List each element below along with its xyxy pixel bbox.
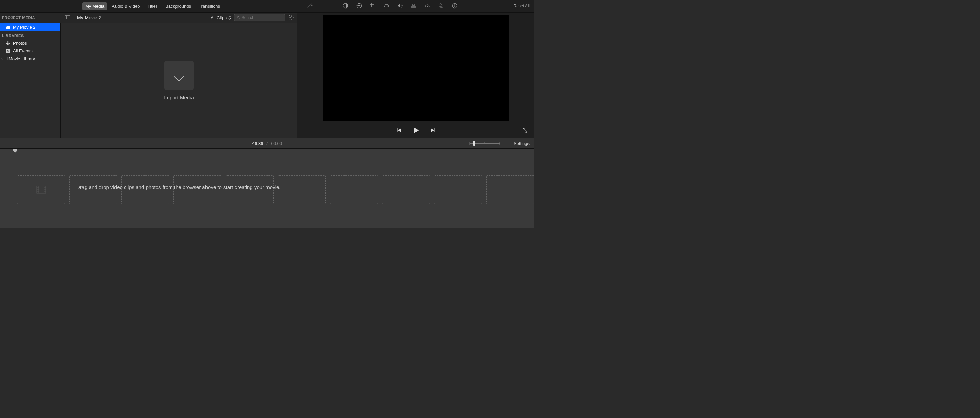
tab-transitions[interactable]: Transitions xyxy=(196,2,223,10)
svg-rect-12 xyxy=(385,5,388,7)
disclosure-chevron-icon[interactable]: › xyxy=(2,56,5,61)
tab-my-media[interactable]: My Media xyxy=(83,2,107,10)
viewer xyxy=(298,12,534,138)
svg-point-35 xyxy=(6,43,7,44)
tab-audio-video[interactable]: Audio & Video xyxy=(109,2,142,10)
timeline-header: 46:36 / 00:00 Settings xyxy=(0,138,534,149)
media-browser: Import Media xyxy=(60,23,298,138)
svg-point-34 xyxy=(7,44,8,45)
stabilization-icon[interactable] xyxy=(383,3,390,10)
color-correction-icon[interactable] xyxy=(356,3,362,10)
timeline[interactable]: Drag and drop video clips and photos fro… xyxy=(0,149,534,228)
tab-titles[interactable]: Titles xyxy=(145,2,161,10)
clapperboard-icon xyxy=(5,25,10,30)
svg-point-30 xyxy=(291,16,293,18)
sidebar-item-label: All Events xyxy=(13,48,33,54)
zoom-slider[interactable] xyxy=(469,140,500,147)
sidebar-item-label: My Movie 2 xyxy=(13,24,35,30)
star-box-icon xyxy=(5,49,10,54)
svg-line-29 xyxy=(239,18,240,19)
svg-line-20 xyxy=(427,5,428,7)
color-balance-icon[interactable] xyxy=(342,3,348,10)
search-input[interactable] xyxy=(242,15,283,20)
svg-point-25 xyxy=(454,5,455,5)
import-media-button[interactable] xyxy=(164,60,194,90)
svg-point-7 xyxy=(358,5,360,6)
timeline-hint-text: Drag and drop video clips and photos fro… xyxy=(76,184,280,190)
svg-point-28 xyxy=(237,16,239,18)
sidebar-item-label: Photos xyxy=(13,41,27,46)
timecode-current: 46:36 xyxy=(252,141,263,146)
sidebar-item-label: iMovie Library xyxy=(8,56,35,61)
fullscreen-button[interactable] xyxy=(522,127,528,135)
enhance-wand-icon[interactable] xyxy=(307,3,313,10)
browser-settings-gear-icon[interactable] xyxy=(288,14,294,21)
clip-placeholder xyxy=(17,175,65,204)
noise-equalizer-icon[interactable] xyxy=(410,3,417,10)
svg-rect-26 xyxy=(65,15,70,19)
adjust-toolbar: Reset All xyxy=(298,0,534,12)
svg-point-36 xyxy=(8,43,10,44)
sidebar-item-all-events[interactable]: All Events xyxy=(0,47,60,55)
info-icon[interactable] xyxy=(452,3,458,10)
import-media-label: Import Media xyxy=(164,95,194,100)
clip-placeholder xyxy=(434,175,482,204)
timecode-total: 00:00 xyxy=(271,141,282,146)
sidebar: My Movie 2 LIBRARIES Photos All Events ›… xyxy=(0,23,60,138)
tab-backgrounds[interactable]: Backgrounds xyxy=(162,2,194,10)
playhead-line xyxy=(15,149,15,228)
timecode-separator: / xyxy=(266,141,268,146)
clip-placeholder xyxy=(278,175,326,204)
film-strip-icon xyxy=(37,185,46,194)
svg-point-32 xyxy=(7,43,8,44)
svg-rect-40 xyxy=(434,128,435,132)
clip-filter-label: All Clips xyxy=(211,15,227,21)
sidebar-item-imovie-library[interactable]: › iMovie Library xyxy=(0,55,60,63)
speed-icon[interactable] xyxy=(424,3,430,10)
timeline-settings-button[interactable]: Settings xyxy=(514,141,530,146)
svg-rect-39 xyxy=(397,128,398,132)
play-button[interactable] xyxy=(412,126,420,136)
previous-frame-button[interactable] xyxy=(396,127,402,135)
svg-rect-14 xyxy=(388,5,389,6)
libraries-heading: LIBRARIES xyxy=(0,31,60,39)
svg-rect-47 xyxy=(473,141,475,146)
search-icon xyxy=(237,16,240,20)
timecode-display: 46:36 / 00:00 xyxy=(252,141,282,146)
svg-rect-13 xyxy=(384,5,385,6)
updown-chevron-icon xyxy=(228,15,231,20)
sidebar-toggle-icon[interactable] xyxy=(64,14,70,21)
project-title: My Movie 2 xyxy=(73,15,102,21)
next-frame-button[interactable] xyxy=(430,127,436,135)
browser-header: PROJECT MEDIA My Movie 2 All Clips xyxy=(0,12,298,23)
crop-icon[interactable] xyxy=(370,3,376,10)
clip-placeholder xyxy=(330,175,378,204)
download-arrow-icon xyxy=(172,67,186,83)
clip-filter-dropdown[interactable]: All Clips xyxy=(211,15,231,21)
viewer-canvas xyxy=(323,15,509,121)
volume-icon[interactable] xyxy=(397,3,403,10)
sidebar-item-project[interactable]: My Movie 2 xyxy=(0,23,60,31)
svg-line-0 xyxy=(308,5,311,8)
search-field[interactable] xyxy=(234,14,285,21)
photos-flower-icon xyxy=(5,41,10,46)
sidebar-item-photos[interactable]: Photos xyxy=(0,39,60,47)
svg-point-33 xyxy=(7,41,8,43)
clip-placeholder xyxy=(382,175,430,204)
media-tabs-bar: My Media Audio & Video Titles Background… xyxy=(0,0,298,12)
clip-placeholder xyxy=(486,175,534,204)
filter-overlay-icon[interactable] xyxy=(438,3,444,10)
reset-all-button[interactable]: Reset All xyxy=(514,4,530,8)
project-media-heading: PROJECT MEDIA xyxy=(0,16,60,20)
